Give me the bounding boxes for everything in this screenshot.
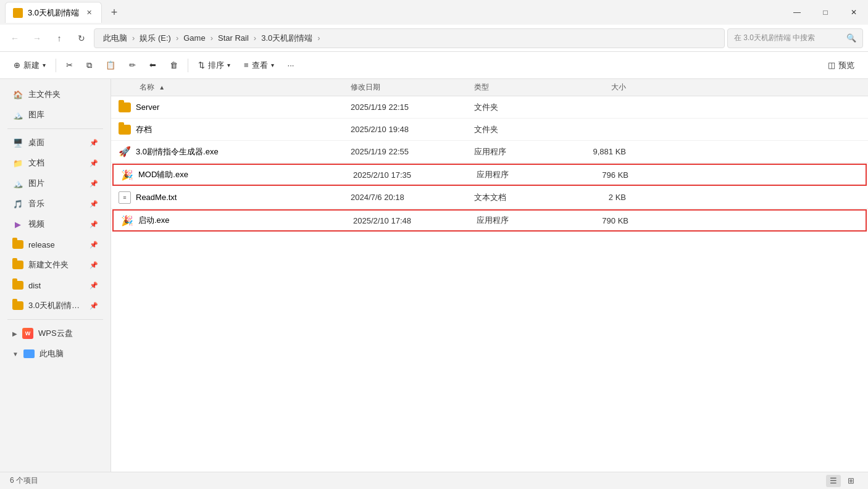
minimize-button[interactable]: — [783,0,811,25]
delete-button[interactable]: 🗑 [164,56,184,75]
sidebar-item-gallery[interactable]: 🏔️ 图库 [2,105,108,125]
copy-button[interactable]: ⧉ [80,56,98,75]
file-type-cell: 应用程序 [472,215,564,226]
sidebar-desktop-label: 桌面 [28,137,44,148]
share-button[interactable]: ⬆ [143,56,162,75]
forward-button[interactable]: → [27,28,47,48]
toolbar: ⊕ ⊕ 新建 新建 ▾ ✂ ⧉ 📋 ✏ ⬆ 🗑 ⇅ 排序 ▾ ≡ 查看 ▾ ··… [0,52,868,79]
file-date-cell: 2025/2/10 19:48 [346,125,469,134]
breadcrumb[interactable]: 此电脑 › 娱乐 (E:) › Game › Star Rail › 3.0天机… [94,28,725,48]
rename-icon: ✏ [129,61,136,70]
exe-special-icon: 🎉 [121,169,133,181]
toolbar-separator-2 [188,59,188,72]
table-row[interactable]: 🎉 MOD辅助.exe 2025/2/10 17:35 应用程序 796 KB [112,164,867,186]
pin-icon-8: 📌 [90,282,98,290]
status-bar: 6 个项目 ☰ ⊞ [0,472,868,489]
toolbar-separator-1 [56,59,56,72]
file-type-cell: 文本文档 [469,192,562,203]
pin-icon-3: 📌 [90,180,98,188]
release-folder-icon [12,239,23,250]
preview-button[interactable]: ◫ 预览 [822,56,861,75]
rename-button[interactable]: ✏ [123,56,142,75]
tab-folder-icon [13,8,23,18]
sidebar-item-release[interactable]: release 📌 [2,235,108,254]
more-icon: ··· [288,61,294,70]
sidebar-item-newfolder[interactable]: 新建文件夹 📌 [2,255,108,275]
paste-button[interactable]: 📋 [99,56,122,75]
new-tab-button[interactable]: + [104,2,124,22]
sidebar-item-videos[interactable]: ▶ 视频 📌 [2,214,108,234]
sidebar-item-starrail[interactable]: 3.0天机剧情… 📌 [2,296,108,316]
file-name-cell: 🎉 MOD辅助.exe [114,169,348,181]
sidebar-item-music[interactable]: 🎵 音乐 📌 [2,194,108,214]
sidebar-item-home[interactable]: 🏠 主文件夹 [2,85,108,104]
close-button[interactable]: ✕ [840,0,868,25]
pictures-icon: 🏔️ [12,178,23,189]
tab-close-button[interactable]: ✕ [84,8,94,18]
file-name-cell: 🎉 启动.exe [114,214,348,227]
sidebar-item-wps[interactable]: ▶ W WPS云盘 [2,324,108,343]
sidebar: 🏠 主文件夹 🏔️ 图库 🖥️ 桌面 📌 📁 文档 📌 🏔️ 图片 📌 🎵 音乐… [0,79,111,472]
col-header-name[interactable]: 名称 ▲ [111,82,346,93]
expand-icon: ▶ [12,330,17,337]
table-row[interactable]: 🚀 3.0剧情指令生成器.exe 2025/1/19 22:55 应用程序 9,… [111,141,868,163]
sidebar-item-pc[interactable]: ▼ 此电脑 [2,344,108,364]
breadcrumb-item-1[interactable]: 娱乐 (E:) [137,31,173,45]
sidebar-release-label: release [28,240,55,249]
pin-icon-7: 📌 [90,261,98,269]
col-header-type[interactable]: 类型 [469,82,562,93]
file-name-cell: 🚀 3.0剧情指令生成器.exe [111,146,346,158]
active-tab[interactable]: 3.0天机剧情端 ✕ [5,2,102,23]
newfolder-icon [12,259,23,270]
documents-icon: 📁 [12,157,23,169]
table-row[interactable]: 存档 2025/2/10 19:48 文件夹 [111,119,868,141]
sidebar-item-documents[interactable]: 📁 文档 📌 [2,153,108,173]
pin-icon: 📌 [90,139,98,147]
more-button[interactable]: ··· [282,56,301,75]
sidebar-item-pictures[interactable]: 🏔️ 图片 📌 [2,173,108,193]
paste-icon: 📋 [106,61,115,70]
col-header-date[interactable]: 修改日期 [346,82,469,93]
file-name-cell: ≡ ReadMe.txt [111,191,346,204]
table-row[interactable]: 🎉 启动.exe 2025/2/10 17:48 应用程序 790 KB [112,209,867,232]
breadcrumb-item-2[interactable]: Game [181,32,207,44]
search-placeholder: 在 3.0天机剧情端 中搜索 [734,33,815,43]
txt-icon: ≡ [119,191,131,204]
maximize-button[interactable]: □ [811,0,840,25]
view-button[interactable]: ≡ 查看 ▾ [238,56,280,75]
pin-icon-4: 📌 [90,200,98,208]
sort-button[interactable]: ⇅ 排序 ▾ [192,56,236,75]
sidebar-item-desktop[interactable]: 🖥️ 桌面 📌 [2,133,108,153]
search-bar[interactable]: 在 3.0天机剧情端 中搜索 🔍 [727,28,863,48]
breadcrumb-item-3[interactable]: Star Rail [215,32,251,44]
cut-button[interactable]: ✂ [60,56,79,75]
tab-bar: 3.0天机剧情端 ✕ + [0,0,124,25]
table-row[interactable]: ≡ ReadMe.txt 2024/7/6 20:18 文本文档 2 KB [111,186,868,209]
tab-label: 3.0天机剧情端 [28,7,79,19]
table-row[interactable]: Server 2025/1/19 22:15 文件夹 [111,96,868,119]
pin-icon-2: 📌 [90,159,98,167]
address-bar: ← → ↑ ↻ 此电脑 › 娱乐 (E:) › Game › Star Rail… [0,25,868,52]
refresh-button[interactable]: ↻ [72,28,91,48]
sidebar-item-dist[interactable]: dist 📌 [2,275,108,295]
file-name-cell: Server [111,102,346,112]
sidebar-videos-label: 视频 [28,219,44,230]
sidebar-gallery-label: 图库 [28,109,44,120]
up-button[interactable]: ↑ [49,28,69,48]
back-button[interactable]: ← [5,28,25,48]
file-size-cell: 790 KB [564,216,638,225]
file-date-cell: 2024/7/6 20:18 [346,193,469,202]
pc-expand-icon: ▼ [12,351,19,357]
breadcrumb-item-0[interactable]: 此电脑 [101,31,130,45]
list-view-button[interactable]: ☰ [826,475,841,487]
delete-icon: 🗑 [170,61,178,70]
grid-view-button[interactable]: ⊞ [843,475,858,487]
file-list: 名称 ▲ 修改日期 类型 大小 Server 2025/1/19 22:15 文… [111,79,868,472]
desktop-icon: 🖥️ [12,137,23,148]
main-content: 🏠 主文件夹 🏔️ 图库 🖥️ 桌面 📌 📁 文档 📌 🏔️ 图片 📌 🎵 音乐… [0,79,868,472]
file-date-cell: 2025/1/19 22:55 [346,147,469,156]
breadcrumb-item-4[interactable]: 3.0天机剧情端 [259,31,315,45]
col-header-size[interactable]: 大小 [562,82,636,93]
new-button[interactable]: ⊕ ⊕ 新建 新建 ▾ [7,56,52,75]
file-type-cell: 应用程序 [469,146,562,157]
